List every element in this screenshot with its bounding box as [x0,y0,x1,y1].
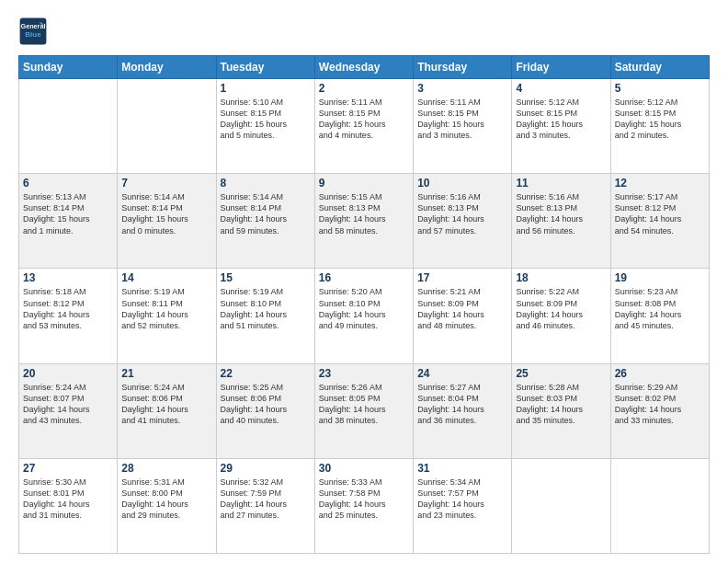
calendar-cell [512,458,610,553]
day-info-line: Sunset: 8:08 PM [615,298,705,309]
day-info-line: and 35 minutes. [516,415,606,426]
day-number: 19 [615,271,705,284]
day-info-line: Sunrise: 5:19 AM [221,286,311,297]
weekday-header-wednesday: Wednesday [314,56,413,79]
calendar-cell: 5Sunrise: 5:12 AMSunset: 8:15 PMDaylight… [610,79,709,174]
day-number: 22 [221,367,311,380]
day-info-line: Daylight: 14 hours [221,309,311,320]
day-info-line: Daylight: 14 hours [319,404,409,415]
day-info-line: and 1 minute. [23,225,113,236]
day-info-line: Sunrise: 5:15 AM [319,191,409,202]
day-info-line: Daylight: 14 hours [615,404,705,415]
day-info-line: Sunrise: 5:29 AM [615,382,705,393]
day-info-line: and 59 minutes. [221,225,311,236]
day-number: 8 [221,177,311,190]
day-info-line: Sunrise: 5:28 AM [516,382,606,393]
calendar-cell: 8Sunrise: 5:14 AMSunset: 8:14 PMDaylight… [216,174,314,269]
day-info-line: and 29 minutes. [121,510,211,521]
weekday-header-saturday: Saturday [610,56,709,79]
day-info-line: Daylight: 14 hours [23,309,113,320]
calendar-cell: 3Sunrise: 5:11 AMSunset: 8:15 PMDaylight… [414,79,512,174]
day-info-line: Daylight: 14 hours [417,499,507,510]
day-info-line: Sunset: 7:59 PM [221,488,311,499]
day-info-line: Daylight: 15 hours [319,119,409,130]
day-info-line: Sunrise: 5:18 AM [23,286,113,297]
day-info-line: Sunset: 8:15 PM [417,108,507,119]
day-info-line: Sunset: 8:13 PM [417,202,507,213]
header: General Blue [18,17,710,46]
day-number: 25 [516,367,606,380]
day-info-line: and 45 minutes. [615,320,705,331]
calendar-cell: 2Sunrise: 5:11 AMSunset: 8:15 PMDaylight… [314,79,413,174]
day-info-line: Daylight: 14 hours [516,309,606,320]
day-info-line: Sunrise: 5:17 AM [615,191,705,202]
calendar-cell: 12Sunrise: 5:17 AMSunset: 8:12 PMDayligh… [610,174,709,269]
weekday-header-friday: Friday [512,56,610,79]
day-info-line: and 36 minutes. [417,415,507,426]
day-info-line: and 53 minutes. [23,320,113,331]
day-number: 4 [516,82,606,95]
day-number: 2 [319,82,409,95]
day-info-line: Sunset: 8:12 PM [615,202,705,213]
day-info-line: Daylight: 15 hours [516,119,606,130]
calendar-cell: 25Sunrise: 5:28 AMSunset: 8:03 PMDayligh… [512,363,610,458]
day-info-line: Sunset: 8:06 PM [221,393,311,404]
day-number: 24 [417,367,507,380]
day-info-line: and 4 minutes. [319,130,409,141]
day-info-line: and 46 minutes. [516,320,606,331]
day-info-line: Daylight: 15 hours [417,119,507,130]
calendar-cell: 22Sunrise: 5:25 AMSunset: 8:06 PMDayligh… [216,363,314,458]
day-info-line: Daylight: 14 hours [615,309,705,320]
calendar-cell: 11Sunrise: 5:16 AMSunset: 8:13 PMDayligh… [512,174,610,269]
day-info-line: Sunrise: 5:21 AM [417,286,507,297]
day-info-line: Sunrise: 5:11 AM [319,97,409,108]
day-info-line: and 3 minutes. [516,130,606,141]
day-number: 5 [615,82,705,95]
day-number: 23 [319,367,409,380]
day-info-line: and 43 minutes. [23,415,113,426]
day-info-line: Sunrise: 5:27 AM [417,382,507,393]
day-info-line: Sunrise: 5:19 AM [121,286,211,297]
page: General Blue SundayMondayTuesdayWednesda… [0,0,728,563]
day-number: 7 [121,177,211,190]
day-number: 9 [319,177,409,190]
day-info-line: and 41 minutes. [121,415,211,426]
day-info-line: Sunset: 8:15 PM [615,108,705,119]
calendar-cell: 13Sunrise: 5:18 AMSunset: 8:12 PMDayligh… [19,269,118,363]
day-info-line: Daylight: 14 hours [319,499,409,510]
day-info-line: Sunrise: 5:22 AM [516,286,606,297]
day-number: 26 [615,367,705,380]
calendar-cell: 30Sunrise: 5:33 AMSunset: 7:58 PMDayligh… [314,458,413,553]
day-info-line: Sunrise: 5:13 AM [23,191,113,202]
calendar-cell: 21Sunrise: 5:24 AMSunset: 8:06 PMDayligh… [118,363,216,458]
day-info-line: Daylight: 14 hours [121,309,211,320]
day-info-line: Sunrise: 5:31 AM [121,477,211,488]
calendar-week-row: 27Sunrise: 5:30 AMSunset: 8:01 PMDayligh… [19,458,710,553]
day-number: 29 [221,462,311,475]
day-info-line: and 0 minutes. [121,225,211,236]
day-info-line: Sunset: 8:15 PM [221,108,311,119]
calendar-cell: 4Sunrise: 5:12 AMSunset: 8:15 PMDaylight… [512,79,610,174]
calendar-cell: 29Sunrise: 5:32 AMSunset: 7:59 PMDayligh… [216,458,314,553]
logo: General Blue [18,17,48,46]
day-info-line: Sunset: 8:14 PM [221,202,311,213]
day-number: 12 [615,177,705,190]
calendar-week-row: 13Sunrise: 5:18 AMSunset: 8:12 PMDayligh… [19,269,710,363]
day-info-line: Sunset: 7:57 PM [417,488,507,499]
day-info-line: Daylight: 14 hours [221,213,311,224]
calendar-cell: 26Sunrise: 5:29 AMSunset: 8:02 PMDayligh… [610,363,709,458]
weekday-header-thursday: Thursday [414,56,512,79]
day-number: 16 [319,271,409,284]
day-number: 28 [121,462,211,475]
day-info-line: Sunset: 7:58 PM [319,488,409,499]
day-number: 30 [319,462,409,475]
day-number: 20 [23,367,113,380]
day-number: 21 [121,367,211,380]
day-info-line: Sunset: 8:09 PM [516,298,606,309]
calendar-cell: 14Sunrise: 5:19 AMSunset: 8:11 PMDayligh… [118,269,216,363]
day-info-line: Sunset: 8:14 PM [121,202,211,213]
day-info-line: Sunset: 8:03 PM [516,393,606,404]
day-info-line: Sunrise: 5:20 AM [319,286,409,297]
day-info-line: Sunset: 8:10 PM [319,298,409,309]
day-number: 31 [417,462,507,475]
